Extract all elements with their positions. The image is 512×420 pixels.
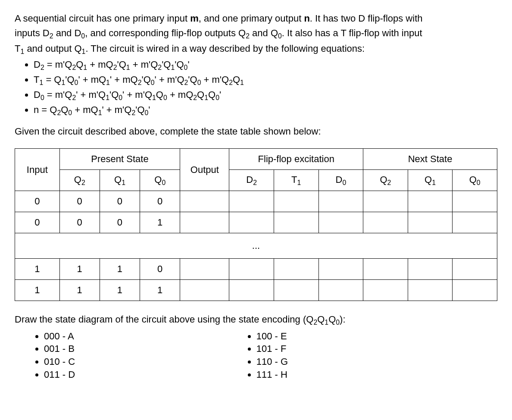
sub: 2	[113, 64, 117, 72]
table-row: 0 0 0 0	[15, 191, 497, 212]
t: + mQ	[167, 89, 194, 100]
cell-nq0	[453, 279, 497, 301]
cell-nq2	[363, 279, 408, 301]
t: Q	[74, 174, 81, 185]
t: 'Q	[141, 74, 150, 85]
sub: 1	[122, 179, 125, 186]
cell-d2	[229, 191, 274, 212]
cell-q1: 1	[100, 279, 140, 301]
cell-q0: 1	[140, 212, 180, 233]
t: = m'Q	[44, 59, 72, 70]
cell-input: 1	[15, 258, 60, 279]
bold-m: m	[190, 13, 199, 24]
sub: 0	[215, 94, 219, 101]
t: ' + m'Q	[76, 89, 106, 100]
sub: 0	[278, 32, 282, 40]
hdr-d2: D2	[229, 169, 274, 191]
cell-q2: 1	[59, 279, 100, 301]
t: ' + m'Q	[155, 74, 184, 85]
t: and Q	[250, 28, 278, 38]
cell-input: 0	[15, 191, 60, 212]
sub: 2	[72, 64, 76, 72]
sub: 0	[81, 32, 85, 40]
t: + mQ	[72, 104, 98, 115]
cell-q1: 0	[100, 191, 140, 212]
cell-ellipsis: ...	[15, 233, 497, 258]
table-ellipsis-row: ...	[15, 233, 497, 258]
hdr-t1: T1	[274, 169, 318, 191]
bold-n: n	[304, 13, 309, 24]
sub: 0	[162, 179, 165, 186]
problem-intro: A sequential circuit has one primary inp…	[15, 12, 497, 56]
t: . It also has a T flip-flop with input	[282, 28, 422, 38]
hdr-nq0: Q0	[453, 169, 497, 191]
sub: 1	[432, 179, 436, 186]
cell-q2: 0	[59, 191, 100, 212]
t: Q	[197, 89, 204, 100]
sub: 2	[81, 179, 85, 186]
code-item: 000 - A	[44, 330, 227, 343]
cell-q0: 0	[140, 258, 180, 279]
t: '	[148, 104, 150, 115]
t: Q	[208, 89, 215, 100]
sub: 2	[41, 64, 44, 72]
t: Q	[76, 59, 83, 70]
sub: 2	[158, 64, 162, 72]
t: n = Q	[34, 104, 57, 115]
sub: 1	[106, 94, 109, 101]
state-encoding-codes: 000 - A 001 - B 010 - C 011 - D 100 - E …	[15, 330, 497, 381]
t: ' + mQ	[110, 74, 138, 85]
cell-q1: 1	[100, 258, 140, 279]
cell-q2: 1	[59, 258, 100, 279]
t: Q	[154, 174, 162, 185]
cell-d0	[318, 258, 363, 279]
cell-nq0	[453, 258, 497, 279]
sub: 1	[240, 79, 244, 86]
sub: 1	[39, 79, 43, 86]
cell-nq2	[363, 212, 408, 233]
t: , and corresponding flip-flop outputs Q	[85, 28, 246, 38]
t: ):	[340, 314, 345, 325]
t: = Q	[43, 74, 61, 85]
table-row: 1 1 1 0	[15, 258, 497, 279]
cell-nq1	[408, 258, 453, 279]
sub: 1	[20, 48, 24, 56]
hdr-next-state: Next State	[363, 148, 497, 169]
hdr-d0: D0	[318, 169, 363, 191]
hdr-present-state: Present State	[59, 148, 180, 169]
cell-q0: 1	[140, 279, 180, 301]
t: Q	[114, 174, 122, 185]
header-row-1: Input Present State Output Flip-flop exc…	[15, 148, 497, 169]
state-table: Input Present State Output Flip-flop exc…	[15, 148, 497, 301]
t: Q	[328, 314, 336, 325]
draw-prompt: Draw the state diagram of the circuit ab…	[15, 313, 497, 327]
t: Q	[61, 104, 68, 115]
cell-nq2	[363, 191, 408, 212]
equation-list: D2 = m'Q2Q1 + mQ2'Q1 + m'Q2'Q1'Q0' T1 = …	[34, 58, 497, 117]
cell-d0	[318, 279, 363, 301]
cell-output	[180, 191, 229, 212]
t: = m'Q	[44, 89, 72, 100]
t: 'Q	[117, 59, 126, 70]
codes-right-list: 100 - E 101 - F 110 - G 111 - H	[227, 330, 497, 381]
t: D	[34, 59, 41, 70]
cell-output	[180, 279, 229, 301]
cell-d2	[229, 279, 274, 301]
table-prompt: Given the circuit described above, compl…	[15, 125, 497, 138]
sub: 1	[106, 79, 110, 86]
cell-nq0	[453, 191, 497, 212]
sub: 0	[151, 79, 155, 86]
t: Q	[425, 174, 432, 185]
sub: 0	[41, 94, 44, 101]
cell-nq1	[408, 191, 453, 212]
t: Q	[233, 74, 240, 85]
cell-output	[180, 212, 229, 233]
cell-q2: 0	[59, 212, 100, 233]
sub: 2	[246, 32, 250, 40]
sub: 2	[387, 179, 391, 186]
cell-d0	[318, 212, 363, 233]
hdr-nq1: Q1	[408, 169, 453, 191]
t: D	[336, 174, 343, 185]
sub: 1	[98, 109, 102, 116]
t: A sequential circuit has one primary inp…	[15, 13, 190, 24]
